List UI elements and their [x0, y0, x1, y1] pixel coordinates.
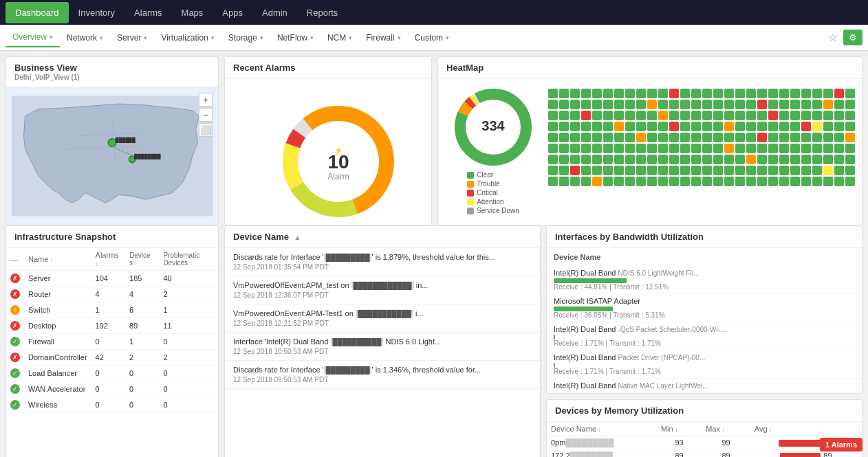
heatmap-cell[interactable] — [603, 166, 613, 175]
heatmap-cell[interactable] — [845, 177, 855, 186]
heatmap-cell[interactable] — [757, 100, 767, 109]
heatmap-cell[interactable] — [702, 133, 712, 142]
heatmap-cell[interactable] — [746, 144, 756, 153]
heatmap-cell[interactable] — [636, 144, 646, 153]
heatmap-cell[interactable] — [680, 177, 690, 186]
heatmap-cell[interactable] — [559, 100, 569, 109]
heatmap-cell[interactable] — [592, 166, 602, 175]
heatmap-cell[interactable] — [713, 111, 723, 120]
heatmap-cell[interactable] — [548, 144, 558, 153]
heatmap-cell[interactable] — [823, 133, 833, 142]
heatmap-cell[interactable] — [691, 177, 701, 186]
heatmap-cell[interactable] — [812, 144, 822, 153]
heatmap-cell[interactable] — [812, 111, 822, 120]
heatmap-cell[interactable] — [559, 122, 569, 131]
heatmap-cell[interactable] — [625, 155, 635, 164]
heatmap-cell[interactable] — [691, 100, 701, 109]
heatmap-cell[interactable] — [636, 100, 646, 109]
heatmap-cell[interactable] — [735, 133, 745, 142]
heatmap-cell[interactable] — [845, 133, 855, 142]
heatmap-cell[interactable] — [625, 100, 635, 109]
heatmap-cell[interactable] — [812, 89, 822, 98]
heatmap-cell[interactable] — [603, 177, 613, 186]
heatmap-cell[interactable] — [570, 155, 580, 164]
heatmap-cell[interactable] — [581, 177, 591, 186]
heatmap-cell[interactable] — [713, 100, 723, 109]
heatmap-cell[interactable] — [592, 100, 602, 109]
heatmap-cell[interactable] — [636, 111, 646, 120]
mem-col-max[interactable]: Max — [702, 422, 750, 436]
heatmap-cell[interactable] — [680, 111, 690, 120]
heatmap-cell[interactable] — [790, 144, 800, 153]
heatmap-cell[interactable] — [779, 89, 789, 98]
heatmap-cell[interactable] — [581, 144, 591, 153]
heatmap-cell[interactable] — [603, 89, 613, 98]
heatmap-cell[interactable] — [779, 133, 789, 142]
heatmap-cell[interactable] — [592, 111, 602, 120]
heatmap-cell[interactable] — [713, 177, 723, 186]
heatmap-cell[interactable] — [680, 133, 690, 142]
heatmap-cell[interactable] — [669, 111, 679, 120]
heatmap-cell[interactable] — [669, 133, 679, 142]
heatmap-cell[interactable] — [592, 133, 602, 142]
heatmap-cell[interactable] — [702, 166, 712, 175]
heatmap-cell[interactable] — [658, 166, 668, 175]
heatmap-cell[interactable] — [647, 133, 657, 142]
fullscreen-button[interactable]: ⬜ — [199, 123, 213, 137]
heatmap-cell[interactable] — [658, 155, 668, 164]
heatmap-cell[interactable] — [559, 155, 569, 164]
heatmap-cell[interactable] — [757, 166, 767, 175]
heatmap-cell[interactable] — [845, 100, 855, 109]
heatmap-cell[interactable] — [801, 111, 811, 120]
heatmap-cell[interactable] — [757, 89, 767, 98]
sub-item-firewall[interactable]: Firewall ▾ — [359, 29, 407, 47]
mem-col-min[interactable]: Min — [657, 422, 702, 436]
heatmap-cell[interactable] — [548, 111, 558, 120]
heatmap-cell[interactable] — [548, 177, 558, 186]
heatmap-cell[interactable] — [669, 122, 679, 131]
heatmap-cell[interactable] — [669, 100, 679, 109]
col-devices[interactable]: Device s — [125, 248, 159, 271]
heatmap-cell[interactable] — [581, 133, 591, 142]
profile-button[interactable]: ⚙ — [843, 30, 862, 45]
heatmap-cell[interactable] — [625, 111, 635, 120]
sub-item-custom[interactable]: Custom ▾ — [408, 29, 456, 47]
heatmap-cell[interactable] — [691, 111, 701, 120]
heatmap-cell[interactable] — [790, 122, 800, 131]
heatmap-cell[interactable] — [801, 177, 811, 186]
heatmap-cell[interactable] — [834, 166, 844, 175]
nav-item-alarms[interactable]: Alarms — [124, 2, 171, 23]
heatmap-cell[interactable] — [757, 155, 767, 164]
heatmap-cell[interactable] — [801, 144, 811, 153]
heatmap-cell[interactable] — [702, 122, 712, 131]
heatmap-cell[interactable] — [559, 133, 569, 142]
heatmap-cell[interactable] — [812, 155, 822, 164]
heatmap-cell[interactable] — [614, 166, 624, 175]
heatmap-cell[interactable] — [636, 177, 646, 186]
heatmap-cell[interactable] — [845, 89, 855, 98]
heatmap-cell[interactable] — [658, 111, 668, 120]
heatmap-cell[interactable] — [823, 155, 833, 164]
heatmap-cell[interactable] — [735, 166, 745, 175]
heatmap-cell[interactable] — [790, 133, 800, 142]
heatmap-cell[interactable] — [570, 89, 580, 98]
heatmap-cell[interactable] — [559, 89, 569, 98]
heatmap-cell[interactable] — [834, 111, 844, 120]
heatmap-cell[interactable] — [713, 89, 723, 98]
heatmap-cell[interactable] — [559, 177, 569, 186]
heatmap-cell[interactable] — [691, 155, 701, 164]
heatmap-cell[interactable] — [702, 111, 712, 120]
heatmap-cell[interactable] — [812, 166, 822, 175]
heatmap-cell[interactable] — [779, 144, 789, 153]
heatmap-cell[interactable] — [570, 166, 580, 175]
heatmap-cell[interactable] — [570, 100, 580, 109]
heatmap-cell[interactable] — [812, 133, 822, 142]
heatmap-cell[interactable] — [570, 177, 580, 186]
heatmap-cell[interactable] — [757, 177, 767, 186]
heatmap-cell[interactable] — [834, 89, 844, 98]
sub-item-network[interactable]: Network ▾ — [60, 29, 110, 47]
heatmap-cell[interactable] — [658, 89, 668, 98]
heatmap-cell[interactable] — [779, 100, 789, 109]
heatmap-cell[interactable] — [834, 155, 844, 164]
heatmap-cell[interactable] — [614, 122, 624, 131]
